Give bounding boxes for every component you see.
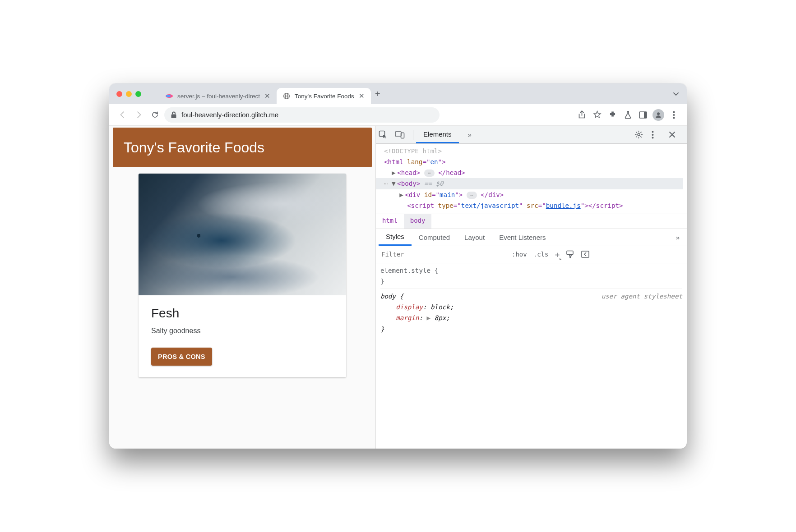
new-tab-button[interactable]: +: [371, 89, 384, 99]
devtools-panel: Elements » <!DOCTYPE html>: [375, 126, 687, 449]
element-style-rule[interactable]: element.style { }: [380, 265, 682, 287]
user-agent-stylesheet-label: user agent stylesheet: [602, 291, 682, 302]
back-button[interactable]: [116, 108, 129, 122]
reload-button[interactable]: [148, 108, 162, 122]
svg-point-18: [652, 137, 654, 138]
devtools-close-icon[interactable]: [669, 131, 684, 138]
rendered-page: Tony's Favorite Foods Fesh Salty goodnes…: [109, 126, 375, 449]
close-window-button[interactable]: [116, 91, 122, 97]
card-image: [139, 174, 346, 295]
paint-brush-icon[interactable]: [566, 250, 575, 258]
extensions-button[interactable]: [606, 108, 619, 122]
dom-div-main[interactable]: ▶<div id="main"> ⋯ </div>: [384, 189, 683, 200]
tab-site[interactable]: Tony's Favorite Foods ✕: [277, 88, 371, 104]
dom-breadcrumbs: html body: [376, 214, 687, 229]
svg-rect-7: [644, 112, 647, 118]
devtools-tab-elements[interactable]: Elements: [416, 126, 459, 143]
crumb-html[interactable]: html: [376, 214, 404, 229]
tab-glitch-editor[interactable]: server.js – foul-heavenly-direct ✕: [159, 88, 277, 104]
minimize-window-button[interactable]: [126, 91, 132, 97]
address-bar[interactable]: foul-heavenly-direction.glitch.me: [164, 107, 440, 123]
browser-window: server.js – foul-heavenly-direct ✕ Tony'…: [109, 83, 687, 449]
styles-pane[interactable]: element.style { } user agent stylesheet …: [376, 263, 687, 336]
styles-filter-input[interactable]: [376, 246, 507, 263]
close-tab-icon[interactable]: ✕: [359, 92, 365, 100]
labs-button[interactable]: [621, 108, 634, 122]
subtab-event-listeners[interactable]: Event Listeners: [492, 229, 553, 246]
svg-point-8: [657, 112, 660, 115]
tabs-overflow-icon[interactable]: [672, 90, 680, 97]
tab-label: server.js – foul-heavenly-direct: [177, 93, 260, 100]
dom-head[interactable]: ▶<head> ⋯ </head>: [384, 167, 683, 178]
bookmark-button[interactable]: [590, 108, 604, 122]
card-title: Fesh: [151, 306, 333, 321]
card-subtitle: Salty goodness: [151, 327, 333, 335]
window-controls: [116, 91, 141, 97]
svg-rect-19: [567, 251, 573, 255]
globe-favicon-icon: [283, 92, 290, 100]
subtab-styles[interactable]: Styles: [379, 229, 412, 246]
browser-toolbar: foul-heavenly-direction.glitch.me: [109, 104, 687, 126]
new-style-rule-icon[interactable]: +: [555, 250, 560, 259]
pros-cons-button[interactable]: PROS & CONS: [151, 348, 212, 366]
close-tab-icon[interactable]: ✕: [264, 92, 270, 100]
avatar-icon: [653, 109, 664, 121]
sidepanel-button[interactable]: [636, 108, 650, 122]
forward-button[interactable]: [132, 108, 145, 122]
svg-point-10: [673, 114, 675, 116]
fullscreen-window-button[interactable]: [135, 91, 141, 97]
page-title: Tony's Favorite Foods: [124, 139, 264, 156]
svg-point-16: [652, 131, 654, 133]
svg-point-15: [638, 133, 640, 136]
device-toolbar-icon[interactable]: [395, 131, 410, 139]
subtabs-overflow-icon[interactable]: »: [671, 229, 684, 246]
body-rule[interactable]: user agent stylesheet body { display: bl…: [380, 289, 682, 335]
styles-filter-bar: :hov .cls +: [376, 246, 687, 263]
dom-doctype: <!DOCTYPE html>: [384, 146, 683, 156]
subtab-layout[interactable]: Layout: [457, 229, 492, 246]
devtools-toolbar: Elements »: [376, 126, 687, 144]
svg-rect-20: [582, 251, 589, 257]
tab-label: Tony's Favorite Foods: [295, 93, 354, 100]
crumb-body[interactable]: body: [404, 214, 432, 229]
hov-toggle[interactable]: :hov: [512, 251, 527, 258]
subtab-computed[interactable]: Computed: [412, 229, 457, 246]
svg-point-9: [673, 111, 675, 113]
inspect-element-icon[interactable]: [379, 130, 394, 139]
devtools-tabs-overflow-icon[interactable]: »: [461, 126, 479, 143]
chrome-menu-button[interactable]: [667, 108, 680, 122]
dom-html-open[interactable]: <html lang="en">: [384, 156, 683, 167]
lock-icon: [171, 111, 177, 119]
profile-button[interactable]: [652, 108, 665, 122]
share-button[interactable]: [575, 108, 588, 122]
devtools-settings-icon[interactable]: [634, 130, 650, 139]
styles-subtabs: Styles Computed Layout Event Listeners »: [376, 229, 687, 246]
url-text: foul-heavenly-direction.glitch.me: [181, 111, 278, 119]
dom-tree[interactable]: <!DOCTYPE html> <html lang="en"> ▶<head>…: [376, 144, 687, 214]
svg-point-11: [673, 117, 675, 119]
fish-favicon-icon: [166, 92, 173, 100]
svg-point-17: [652, 134, 654, 136]
computed-sidebar-icon[interactable]: [581, 251, 589, 258]
content-area: Tony's Favorite Foods Fesh Salty goodnes…: [109, 126, 687, 449]
cls-toggle[interactable]: .cls: [533, 251, 549, 258]
page-banner: Tony's Favorite Foods: [113, 128, 372, 167]
svg-point-1: [166, 95, 171, 97]
devtools-menu-icon[interactable]: [652, 131, 667, 139]
food-card: Fesh Salty goodness PROS & CONS: [139, 174, 346, 377]
dom-script[interactable]: <script type="text/javascript" src="bund…: [384, 200, 683, 211]
dom-body-selected[interactable]: ⋯ ▼<body> == $0: [376, 178, 683, 189]
svg-rect-13: [395, 132, 401, 136]
svg-rect-5: [171, 114, 176, 118]
tab-strip: server.js – foul-heavenly-direct ✕ Tony'…: [109, 83, 687, 104]
